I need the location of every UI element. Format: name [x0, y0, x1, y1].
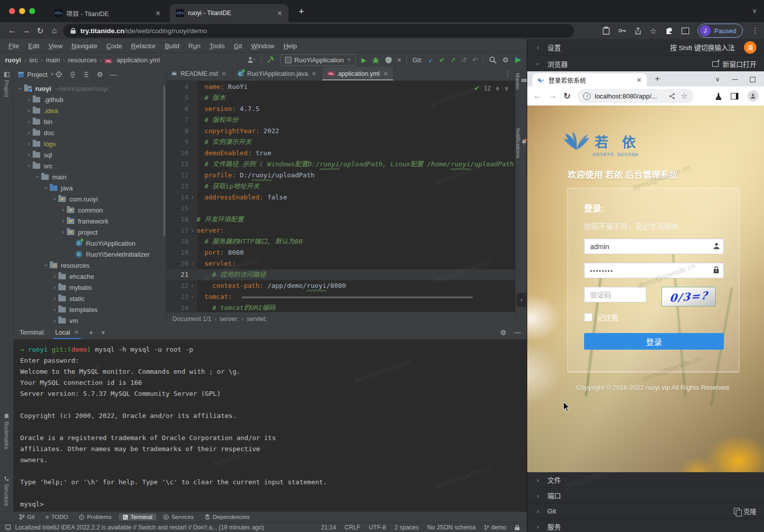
git-branch-widget[interactable]: demo [484, 524, 506, 531]
section-文件[interactable]: ›文件 [527, 472, 764, 488]
code-line-11[interactable]: 11 # 文件路径 示例 ( Windows配置D:/ruoyi/uploadP… [166, 159, 516, 170]
menu-run[interactable]: Run [184, 42, 205, 50]
browser-tab-ruoyi[interactable]: <t> ruoyi - TitanIDE ✕ [170, 4, 289, 22]
menu-refactor[interactable]: Refactor [127, 42, 160, 50]
menu-help[interactable]: Help [279, 42, 302, 50]
user-icon[interactable] [247, 56, 255, 63]
close-tab-icon[interactable]: ✕ [312, 70, 317, 77]
git-push-icon[interactable]: ↗ [450, 56, 456, 64]
tree-item-ehcache[interactable]: ›ehcache [14, 271, 166, 282]
editor-tab-options-icon[interactable]: ⋮ [500, 67, 516, 80]
chevron-right-icon[interactable]: › [25, 129, 33, 136]
menu-window[interactable]: Window [247, 42, 279, 50]
toolwindow-todo[interactable]: ≡TODO [42, 513, 72, 520]
chevron-down-icon[interactable]: › [51, 195, 58, 203]
toolwindow-dependencies[interactable]: Dependencies [201, 513, 254, 520]
terminal-dropdown-icon[interactable]: ∨ [101, 329, 105, 336]
code-line-10[interactable]: 10 demoEnabled: true [166, 148, 516, 159]
code-line-13[interactable]: 13 # 获取ip地址开关 [166, 181, 516, 192]
git-update-icon[interactable]: ↙ [428, 56, 434, 64]
editor-breadcrumb-item[interactable]: Document 1/1 [172, 315, 212, 323]
minimize-window-button[interactable] [19, 8, 25, 14]
tree-scrollbar[interactable] [163, 86, 165, 237]
expand-all-icon[interactable] [69, 71, 76, 78]
tree-item-.idea[interactable]: ›.idea [14, 105, 166, 116]
expand-panel-button[interactable]: › [517, 293, 526, 307]
status-item[interactable]: CRLF [345, 524, 360, 531]
embedded-forward-icon[interactable]: → [548, 91, 557, 101]
tree-item-main[interactable]: ›main [14, 171, 166, 182]
run-button[interactable]: ▶ [361, 56, 366, 64]
tree-item-RuoYiApplication[interactable]: CRuoYiApplication [14, 238, 166, 249]
remember-me-checkbox[interactable] [584, 313, 593, 322]
tree-item-bin[interactable]: ›bin [14, 116, 166, 127]
tree-item-templates[interactable]: ›templates [14, 304, 166, 315]
locate-icon[interactable] [55, 71, 62, 78]
chevron-right-icon[interactable]: › [25, 107, 33, 114]
tree-item-RuoYiServletInitializer[interactable]: CRuoYiServletInitializer [14, 249, 166, 260]
close-tab-icon[interactable]: ✕ [222, 70, 227, 77]
key-icon[interactable] [618, 28, 626, 33]
demo-badge[interactable]: 演 [744, 41, 756, 54]
git-commit-icon[interactable]: ✔ [439, 56, 445, 64]
settings-gear-icon[interactable]: ⚙ [502, 56, 509, 64]
toolwindow-services[interactable]: Services [159, 513, 198, 520]
git-history-icon[interactable]: ↺ [461, 56, 467, 64]
menu-view[interactable]: View [44, 42, 67, 50]
captcha-input[interactable] [584, 287, 646, 302]
open-new-window-button[interactable]: 新窗口打开 [712, 59, 757, 69]
editor-breadcrumb-item[interactable]: server: [220, 315, 239, 323]
new-terminal-icon[interactable]: + [89, 329, 93, 337]
code-line-9[interactable]: 9 # 实例演示开关 [166, 137, 516, 148]
tree-item-sql[interactable]: ›sql [14, 149, 166, 160]
terminal-tab-local[interactable]: Local✕ [53, 326, 81, 339]
section-browser[interactable]: › 浏览器 新窗口打开 [527, 56, 764, 72]
chevron-right-icon[interactable]: › [59, 229, 67, 236]
close-tab-icon[interactable]: ✕ [277, 10, 282, 17]
login-button[interactable]: 登录 [584, 333, 724, 350]
address-bar[interactable]: try.titanide.cn/ide/web/coding/ruoyi/dem… [63, 24, 574, 38]
embedded-bookmark-star-icon[interactable]: ☆ [681, 91, 688, 100]
close-tab-icon[interactable]: ✕ [155, 10, 161, 17]
embedded-back-icon[interactable]: ← [533, 91, 542, 101]
profile-chip[interactable]: J Paused [698, 24, 743, 38]
fold-marker[interactable]: ∨ [188, 291, 197, 302]
menu-build[interactable]: Build [160, 42, 184, 50]
run-with-coverage-icon[interactable] [385, 56, 392, 64]
captcha-image[interactable]: 0/3=? [661, 287, 716, 306]
breadcrumb-item[interactable]: ruoyi [5, 56, 21, 64]
editor-tab-RuoYiApplication.java[interactable]: CRuoYiApplication.java✕ [232, 67, 322, 80]
code-line-15[interactable]: 15 [166, 203, 516, 214]
share-icon[interactable] [635, 27, 641, 35]
code-line-21[interactable]: 21 # 应用的访问路径 [166, 269, 516, 280]
tree-item-ruoyi[interactable]: ›ruoyi~/workspace/ruoyi [14, 83, 166, 94]
embedded-share-icon[interactable] [669, 93, 675, 99]
bookmark-star-icon[interactable]: ☆ [650, 26, 657, 36]
tree-item-.github[interactable]: ›.github [14, 94, 166, 105]
breadcrumb-item[interactable]: main [46, 56, 60, 64]
back-icon[interactable]: ← [5, 26, 19, 35]
menu-edit[interactable]: Edit [24, 42, 44, 50]
stripe-bookmarks-tab[interactable]: Bookmarks [0, 413, 13, 449]
hide-panel-icon[interactable]: — [110, 71, 117, 78]
breadcrumb-item[interactable]: src [29, 56, 38, 64]
code-line-17[interactable]: 17∨server: [166, 225, 516, 236]
code-line-6[interactable]: 6 version: 4.7.5 [166, 103, 516, 115]
inspections-widget[interactable]: ✔ 12 ∧ ∨ [474, 83, 509, 94]
prev-problem-icon[interactable]: ∧ [495, 83, 500, 94]
chevron-right-icon[interactable]: › [59, 206, 67, 214]
chevron-down-icon[interactable]: › [34, 173, 41, 181]
remember-me[interactable]: 记住我 [584, 312, 618, 322]
embedded-restore-icon[interactable] [750, 77, 755, 82]
editor-breadcrumb-item[interactable]: servlet: [247, 315, 267, 323]
next-problem-icon[interactable]: ∨ [504, 83, 509, 94]
chevron-right-icon[interactable]: › [25, 96, 33, 103]
close-embedded-tab-icon[interactable]: ✕ [636, 76, 642, 84]
extensions-icon[interactable] [665, 27, 673, 35]
code-line-7[interactable]: 7 # 版权年份 [166, 115, 516, 126]
close-window-button[interactable] [9, 8, 15, 14]
code-line-4[interactable]: 4 name: RuoYi [166, 81, 516, 92]
tree-item-logs[interactable]: ›logs [14, 138, 166, 149]
fold-marker[interactable]: ∨ [188, 225, 197, 236]
chevron-down-icon[interactable]: › [17, 85, 24, 92]
